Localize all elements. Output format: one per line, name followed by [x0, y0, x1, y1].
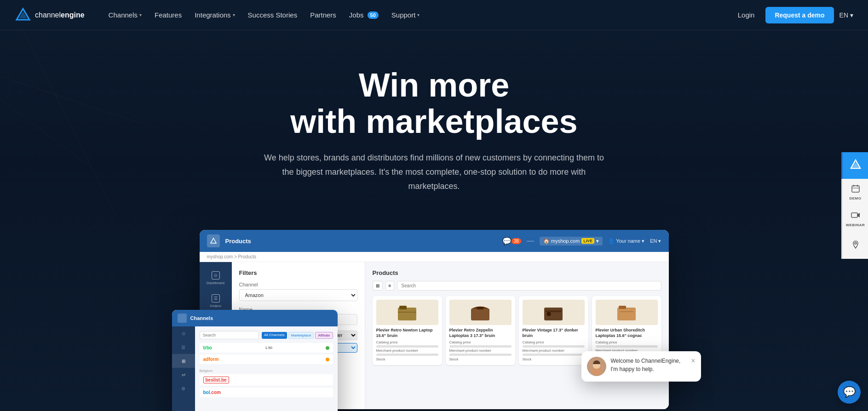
nav-success-stories[interactable]: Success Stories [242, 7, 303, 23]
nav-support[interactable]: Support ▾ [386, 7, 425, 23]
nav-channels[interactable]: Channels ▾ [103, 7, 147, 23]
topbar-lang[interactable]: EN ▾ [650, 238, 661, 244]
product-merchant-bar-1 [376, 354, 438, 356]
nav-features[interactable]: Features [149, 7, 187, 23]
svg-marker-28 [857, 213, 860, 217]
product-image-4 [596, 300, 658, 325]
product-merchant-bar-3 [523, 354, 585, 356]
product-card-2[interactable]: Plevier Retro Zeppelin Laptoptas 3 17.3"… [446, 296, 515, 365]
product-stock-2: Stock [449, 357, 512, 361]
product-price-bar-1 [376, 345, 438, 348]
product-image-1 [376, 300, 438, 325]
dashboard-icon: ⊙ [212, 271, 220, 280]
adform-status [326, 358, 329, 361]
channelengine-icon [850, 159, 861, 172]
bg-decoration [0, 30, 138, 214]
hero-subtitle: We help stores, brands and distributors … [264, 151, 604, 193]
notification-badge: 38 [512, 238, 521, 244]
channel-filter-select[interactable]: Amazon [239, 289, 357, 301]
channel-row-trbo[interactable]: trbo 1.50 [200, 343, 333, 353]
hero-title: Win more with marketplaces [177, 67, 692, 140]
chevron-down-icon: ▾ [417, 12, 420, 17]
svg-rect-27 [851, 213, 857, 217]
sec-sidebar-icon-5: ⚙ [172, 382, 195, 395]
svg-rect-23 [852, 186, 859, 192]
svg-marker-5 [211, 238, 216, 243]
sidebar-item-dashboard[interactable]: ⊙ Dashboard [200, 268, 232, 289]
shop-name: 🏠 myshop.com [543, 238, 580, 244]
nav-jobs[interactable]: Jobs 50 [344, 7, 384, 23]
channel-row-beslist[interactable]: beslist.be [200, 374, 333, 386]
chevron-down-icon: ▾ [139, 12, 142, 17]
logo-icon [15, 7, 31, 23]
svg-rect-14 [617, 308, 636, 320]
product-price-label-2: Catalog price [449, 340, 512, 344]
logo[interactable]: channelengine [15, 7, 85, 23]
product-image-3 [523, 300, 585, 325]
svg-line-4 [23, 30, 115, 214]
right-panel-icon-brand[interactable] [841, 152, 868, 179]
secondary-app-screenshot: Channels ⊙ ☰ ⊞ ⇄ ⚙ All Channels M [172, 310, 338, 411]
secondary-search-input[interactable] [200, 331, 259, 339]
svg-rect-13 [546, 310, 561, 312]
app-title: Products [225, 238, 251, 245]
svg-rect-16 [620, 311, 633, 312]
channel-row-bol[interactable]: bol.com [200, 388, 333, 397]
chevron-down-icon: ▾ [233, 12, 235, 17]
login-button[interactable]: Login [732, 7, 760, 23]
video-icon [851, 211, 860, 222]
request-demo-button[interactable]: Request a demo [765, 7, 834, 23]
app-logo-mini [207, 234, 220, 247]
username-display[interactable]: 👤 Your name ▾ [608, 238, 644, 244]
app-topbar: Products 💬 38 — 🏠 myshop.com LIVE ▾ 👤 Y [200, 230, 669, 252]
nav-partners[interactable]: Partners [305, 7, 342, 23]
affiliate-tag[interactable]: Affiliate [315, 332, 333, 339]
product-card-3[interactable]: Plevier Vintage 17.3" donker bruin Catal… [519, 296, 588, 365]
marketplace-tag[interactable]: Marketplace [288, 332, 314, 339]
bol-logo: bol.com [203, 390, 221, 395]
secondary-body: ⊙ ☰ ⊞ ⇄ ⚙ All Channels Marketplace Affil… [172, 326, 338, 411]
secondary-main: All Channels Marketplace Affiliate trbo … [195, 326, 338, 411]
chat-close-button[interactable]: × [691, 357, 695, 365]
nav-integrations[interactable]: Integrations ▾ [189, 7, 240, 23]
right-panel-location[interactable] [841, 232, 868, 259]
product-price-bar-3 [523, 345, 585, 348]
nav-right: Login Request a demo EN ▾ [732, 7, 853, 23]
filters-title: Filters [239, 269, 357, 276]
product-name-1: Plevier Retro Newton Laptop 15.6" bruin [376, 328, 438, 338]
hero-content: Win more with marketplaces We help store… [158, 30, 710, 230]
notifications[interactable]: 💬 38 [502, 237, 521, 245]
products-panel-title: Products [373, 269, 661, 276]
orders-icon: ☰ [212, 294, 220, 303]
trbo-status [326, 346, 329, 350]
channel-row-adform[interactable]: adform [200, 354, 333, 364]
location-icon [851, 240, 860, 251]
svg-line-2 [0, 76, 138, 122]
chat-message: Welcome to ChannelEngine, I'm happy to h… [611, 357, 687, 373]
chevron-down-icon: ▾ [850, 11, 853, 19]
belgium-label: Belgium [200, 366, 333, 374]
topbar-shop[interactable]: 🏠 myshop.com LIVE ▾ [540, 237, 603, 245]
chevron-down-icon: ▾ [642, 238, 644, 244]
chat-fab-button[interactable]: 💬 [838, 381, 861, 404]
svg-rect-6 [398, 308, 416, 320]
product-card-1[interactable]: Plevier Retro Newton Laptop 15.6" bruin … [373, 296, 442, 365]
sidebar-item-orders[interactable]: ☰ Orders [200, 291, 232, 312]
right-panel-webinar[interactable]: WEBINAR [841, 206, 868, 232]
list-view-button[interactable]: ≡ [385, 281, 395, 291]
svg-point-29 [855, 242, 857, 244]
language-selector[interactable]: EN ▾ [839, 11, 853, 19]
grid-view-button[interactable]: ⊞ [373, 281, 383, 291]
chevron-down-icon: ▾ [596, 238, 599, 244]
sec-sidebar-icon-1: ⊙ [172, 326, 195, 340]
calendar-icon [851, 184, 860, 195]
products-search-input[interactable] [397, 281, 661, 291]
svg-rect-10 [477, 307, 483, 309]
sec-sidebar-icon-2: ☰ [172, 340, 195, 354]
product-price-label-4: Catalog price [596, 340, 658, 344]
product-merchant-label-2: Merchant product number [449, 348, 512, 353]
right-panel-demo[interactable]: DEMO [841, 179, 868, 206]
secondary-topbar: Channels [172, 310, 338, 326]
all-channels-tag[interactable]: All Channels [262, 332, 287, 339]
right-panel: DEMO WEBINAR [841, 152, 868, 259]
